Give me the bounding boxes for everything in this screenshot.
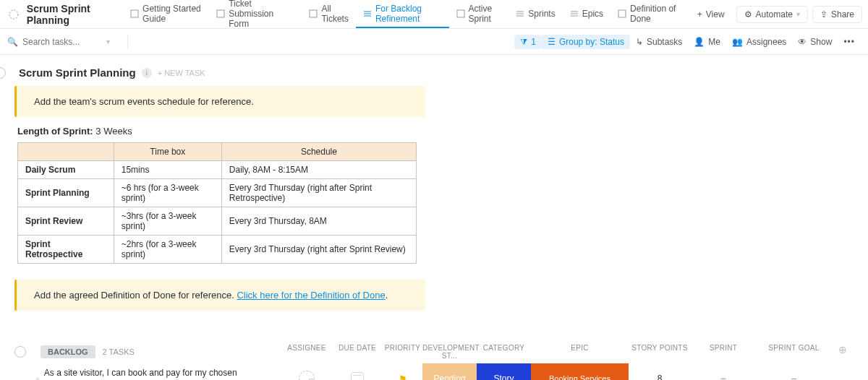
plus-icon: + — [697, 9, 702, 20]
col-due-date[interactable]: DUE DATE — [332, 344, 383, 360]
tab-epics[interactable]: Epics — [563, 0, 610, 28]
task-row[interactable]: ■ As a site visitor, I can book and pay … — [14, 360, 854, 380]
definition-of-done-link[interactable]: Click here for the Definition of Done — [237, 290, 385, 301]
col-category[interactable]: CATEGORY — [477, 344, 531, 360]
view-tabs: Getting Started Guide Ticket Submission … — [123, 0, 686, 28]
col-priority[interactable]: PRIORITY — [383, 344, 422, 360]
add-column-button[interactable]: ⊕ — [832, 344, 854, 360]
flag-icon: ⚑ — [399, 373, 407, 381]
tab-sprints[interactable]: Sprints — [509, 0, 562, 28]
robot-icon: ⚙ — [744, 9, 752, 20]
col-sprint[interactable]: SPRINT — [691, 344, 756, 360]
assignees-button[interactable]: 👥Assignees — [726, 35, 792, 49]
svg-rect-4 — [457, 10, 464, 17]
divider — [127, 35, 128, 49]
assignee-cell[interactable] — [281, 371, 332, 380]
tab-getting-started[interactable]: Getting Started Guide — [123, 0, 209, 28]
list-collapse-toggle[interactable] — [0, 67, 6, 79]
eye-icon: 👁 — [798, 37, 807, 47]
svg-rect-3 — [310, 10, 317, 17]
task-title[interactable]: As a site visitor, I can book and pay fo… — [44, 367, 247, 380]
svg-rect-5 — [618, 10, 626, 17]
share-button[interactable]: ⇪Share — [812, 6, 862, 23]
svg-rect-1 — [131, 10, 138, 17]
scrum-events-table: Time boxSchedule Daily Scrum15minsDaily,… — [17, 142, 417, 264]
group-collapse-toggle[interactable] — [14, 346, 26, 358]
list-title: Scrum Sprint Planning — [19, 66, 136, 79]
automate-button[interactable]: ⚙Automate▾ — [736, 6, 808, 23]
tab-all-tickets[interactable]: All Tickets — [302, 0, 356, 28]
category-cell[interactable]: Story — [477, 363, 531, 380]
svg-point-0 — [9, 10, 18, 19]
subtasks-button[interactable]: ↳Subtasks — [630, 35, 688, 49]
callout-dod: Add the agreed Definition of Done for re… — [14, 280, 425, 311]
search-icon: 🔍 — [7, 37, 18, 47]
calendar-icon — [351, 372, 364, 380]
filter-button[interactable]: ⧩1 — [514, 35, 542, 49]
tab-definition-of-done[interactable]: Definition of Done — [610, 0, 686, 28]
sprint-goal-cell[interactable]: – — [756, 373, 832, 380]
status-group-chip[interactable]: BACKLOG — [41, 345, 95, 358]
epic-cell[interactable]: Booking Services — [531, 363, 629, 380]
stack-icon: ☰ — [548, 37, 556, 47]
people-icon: 👥 — [732, 37, 743, 47]
show-button[interactable]: 👁Show — [792, 35, 838, 49]
col-dev-status[interactable]: DEVELOPMENT ST... — [422, 344, 477, 360]
col-story-points[interactable]: STORY POINTS — [629, 344, 691, 360]
share-icon: ⇪ — [820, 9, 827, 20]
tab-active-sprint[interactable]: Active Sprint — [449, 0, 509, 28]
info-icon[interactable]: i — [142, 68, 152, 78]
new-task-header-button[interactable]: + NEW TASK — [158, 69, 205, 77]
col-assignee[interactable]: ASSIGNEE — [281, 344, 332, 360]
me-button[interactable]: 👤Me — [688, 35, 726, 49]
sprint-cell[interactable]: – — [691, 373, 756, 380]
col-epic[interactable]: EPIC — [531, 344, 629, 360]
dev-status-cell[interactable]: Pending — [422, 363, 477, 380]
more-menu[interactable]: ••• — [838, 35, 861, 49]
group-by-button[interactable]: ☰Group by: Status — [542, 35, 630, 49]
add-view-button[interactable]: +View — [690, 7, 732, 22]
priority-cell[interactable]: ⚑ — [383, 373, 422, 381]
col-sprint-goal[interactable]: SPRINT GOAL — [756, 344, 832, 360]
subtask-icon: ↳ — [636, 37, 643, 47]
search-box[interactable]: 🔍 ▾ — [7, 37, 123, 47]
person-icon: 👤 — [694, 37, 705, 47]
sprint-length: Length of Sprint: 3 Weeks — [17, 126, 854, 137]
due-date-cell[interactable] — [332, 372, 383, 380]
chevron-down-icon[interactable]: ▾ — [106, 38, 110, 46]
avatar-placeholder-icon — [299, 371, 315, 380]
workspace-title: Scrum Sprint Planning — [27, 3, 116, 26]
tab-backlog-refinement[interactable]: For Backlog Refinement — [356, 0, 449, 28]
svg-rect-2 — [217, 10, 224, 17]
group-task-count: 2 TASKS — [103, 347, 135, 356]
filter-icon: ⧩ — [520, 37, 527, 47]
callout-events: Add the team's scrum events schedule for… — [14, 86, 425, 117]
workspace-settings-icon[interactable] — [6, 4, 22, 25]
search-input[interactable] — [22, 37, 102, 47]
chevron-down-icon: ▾ — [796, 10, 800, 18]
drag-handle[interactable]: ■ — [36, 376, 40, 381]
story-points-cell[interactable]: 8 — [629, 373, 691, 380]
tab-ticket-submission[interactable]: Ticket Submission Form — [209, 0, 302, 28]
